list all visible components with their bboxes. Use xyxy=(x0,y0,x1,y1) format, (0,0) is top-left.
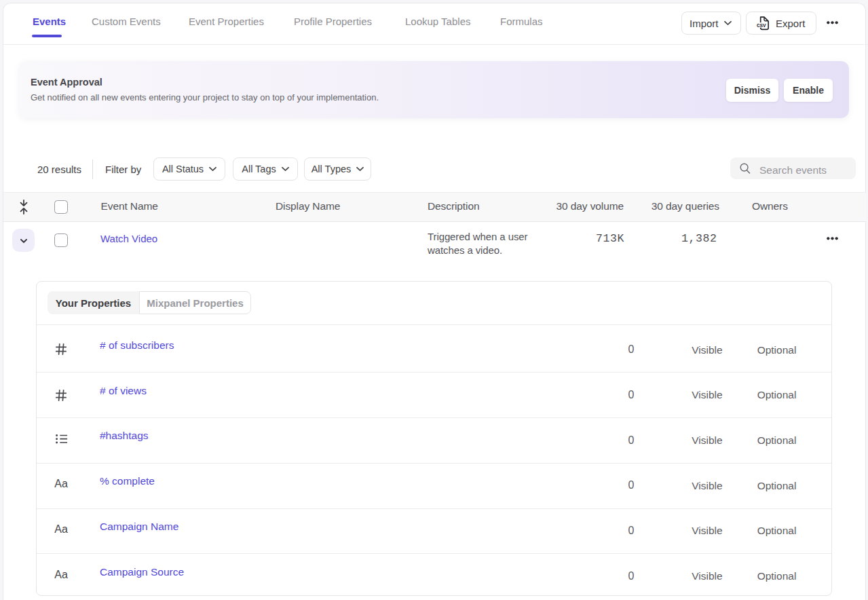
svg-text:CSV: CSV xyxy=(757,22,766,28)
